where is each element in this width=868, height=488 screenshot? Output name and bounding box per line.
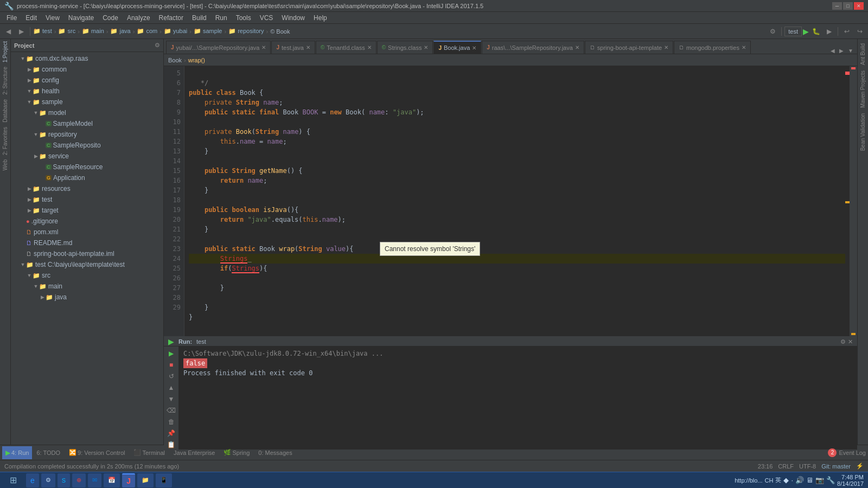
bottom-tab-run[interactable]: ▶ 4: Run <box>2 446 32 459</box>
tree-item-test[interactable]: ▶ 📁 test <box>11 194 163 205</box>
panel-tab-web[interactable]: Web <box>1 157 9 172</box>
taskbar-outlook[interactable]: ✉ <box>88 473 101 487</box>
tree-item-src2[interactable]: ▼ 📁 src <box>11 270 163 281</box>
tab-springboot[interactable]: 🗋 spring-boot-api-template ✕ <box>585 41 673 54</box>
run-close-icon[interactable]: ✕ <box>848 338 853 345</box>
project-gear-icon[interactable]: ⚙ <box>155 42 160 49</box>
menu-tools[interactable]: Tools <box>232 13 256 23</box>
bottom-tab-terminal[interactable]: ⬛ Terminal <box>129 446 169 459</box>
tree-item-model[interactable]: ▼ 📁 model <box>11 107 163 118</box>
tab-testjava[interactable]: J test.java ✕ <box>271 41 315 54</box>
taskbar-chrome[interactable]: ⊕ <box>72 473 86 487</box>
tree-item-config[interactable]: ▶ 📁 config <box>11 75 163 86</box>
status-git[interactable]: Git: master <box>821 463 851 470</box>
nav-java[interactable]: 📁 java <box>110 28 130 35</box>
tree-item-readme[interactable]: 🗋 README.md <box>11 237 163 248</box>
panel-tab-maven[interactable]: Maven Projects <box>859 68 867 110</box>
menu-view[interactable]: View <box>41 13 64 23</box>
toolbar-back[interactable]: ◀ <box>2 25 14 37</box>
tree-item-samplerepo[interactable]: C SampleReposito <box>11 140 163 151</box>
tree-item-sampleresource[interactable]: C SampleResource <box>11 162 163 172</box>
panel-tab-project[interactable]: 1:Project <box>1 39 9 65</box>
tab-scroll-left[interactable]: ◀ <box>829 48 837 54</box>
menu-analyze[interactable]: Analyze <box>123 13 155 23</box>
bottom-tab-java-enterprise[interactable]: Java Enterprise <box>169 446 219 459</box>
tray-lang[interactable]: CH <box>765 477 774 484</box>
tray-camera[interactable]: 📷 <box>815 476 824 484</box>
taskbar-idea[interactable]: J <box>122 473 135 487</box>
run-settings-icon[interactable]: ⚙ <box>840 338 846 345</box>
run-scroll-down[interactable]: ▼ <box>167 394 176 404</box>
tree-item-health[interactable]: ▼ 📁 health <box>11 86 163 97</box>
nav-book-class[interactable]: © Book <box>270 28 290 35</box>
tree-item-java2[interactable]: ▶ 📁 java <box>11 292 163 303</box>
tree-item-sample[interactable]: ▼ 📁 sample <box>11 97 163 107</box>
tray-wrench[interactable]: 🔧 <box>826 476 835 484</box>
tab-samplerepository[interactable]: J yubai/...\SampleRepository.java ✕ <box>166 41 271 54</box>
menu-edit[interactable]: Edit <box>21 13 41 23</box>
tab-close-icon[interactable]: ✕ <box>575 44 579 50</box>
tab-close-icon[interactable]: ✕ <box>472 45 476 51</box>
tab-bookjava[interactable]: J Book.java ✕ <box>433 41 481 54</box>
toolbar-undo[interactable]: ↩ <box>841 25 853 37</box>
panel-tab-bean[interactable]: Bean Validation <box>859 111 867 153</box>
run-config-selector[interactable]: test <box>784 27 802 36</box>
taskbar-ie[interactable]: e <box>26 473 39 487</box>
tree-item-service[interactable]: ▶ 📁 service <box>11 151 163 162</box>
menu-build[interactable]: Build <box>188 13 211 23</box>
breadcrumb-wrap[interactable]: wrap() <box>188 57 205 63</box>
nav-test[interactable]: 📁 test <box>33 28 52 35</box>
tree-item-main2[interactable]: ▼ 📁 main <box>11 281 163 292</box>
tree-item-application[interactable]: G Application <box>11 172 163 183</box>
menu-run[interactable]: Run <box>211 13 232 23</box>
tray-diamond[interactable]: ◆ <box>783 476 789 484</box>
toolbar-forward[interactable]: ▶ <box>15 25 27 37</box>
menu-help[interactable]: Help <box>309 13 331 23</box>
tree-item-gitignore[interactable]: ● .gitignore <box>11 216 163 227</box>
run-clear-icon[interactable]: 🗑 <box>167 417 176 427</box>
coverage-button[interactable]: ▶ <box>823 25 835 37</box>
nav-yubai[interactable]: 📁 yubai <box>164 28 187 35</box>
status-encoding[interactable]: UTF-8 <box>799 463 816 470</box>
run-play-button[interactable]: ▶ <box>167 349 176 358</box>
nav-repository[interactable]: 📁 repository <box>228 28 264 35</box>
toolbar-redo[interactable]: ↪ <box>854 25 866 37</box>
taskbar-folder[interactable]: 📁 <box>137 473 154 487</box>
code-content[interactable]: */ public class Book { private String na… <box>184 66 850 336</box>
taskbar-skype[interactable]: S <box>58 473 70 487</box>
maximize-button[interactable]: □ <box>843 2 853 10</box>
minimize-button[interactable]: ─ <box>832 2 842 10</box>
nav-main[interactable]: 📁 main <box>82 28 104 35</box>
nav-src[interactable]: 📁 src <box>58 28 75 35</box>
tree-item-samplemodel[interactable]: C SampleModel <box>11 118 163 129</box>
tab-raassample[interactable]: J raas\...\SampleRepository.java ✕ <box>482 41 584 54</box>
tab-close-icon[interactable]: ✕ <box>367 44 372 50</box>
tab-strings[interactable]: © Strings.class ✕ <box>377 41 433 54</box>
panel-tab-structure[interactable]: 2: Structure <box>1 65 9 97</box>
bottom-tab-todo[interactable]: 6: TODO <box>32 446 65 459</box>
menu-navigate[interactable]: Navigate <box>64 13 98 23</box>
run-stop-button[interactable]: ■ <box>167 360 176 370</box>
tab-tenantid[interactable]: © TenantId.class ✕ <box>316 41 376 54</box>
tree-item-repository[interactable]: ▼ 📁 repository <box>11 129 163 140</box>
tree-item-test-root[interactable]: ▼ 📁 test C:\baiyu\leap\template\test <box>11 259 163 270</box>
run-rerun-button[interactable]: ↺ <box>167 371 176 381</box>
tab-close-icon[interactable]: ✕ <box>664 44 668 50</box>
start-button[interactable]: ⊞ <box>2 473 24 487</box>
close-button[interactable]: ✕ <box>854 2 864 10</box>
panel-tab-favorites[interactable]: 2: Favorites <box>1 125 9 157</box>
tray-lang2[interactable]: 英 <box>775 476 781 484</box>
menu-code[interactable]: Code <box>98 13 123 23</box>
tree-item-com-dxc[interactable]: ▼ 📁 com.dxc.leap.raas <box>11 53 163 64</box>
tab-list-button[interactable]: ▼ <box>846 48 855 54</box>
run-pin-icon[interactable]: 📌 <box>167 428 176 438</box>
bottom-tab-spring[interactable]: 🌿 Spring <box>219 446 254 459</box>
run-wrap-icon[interactable]: ⌫ <box>167 406 176 415</box>
menu-window[interactable]: Window <box>277 13 309 23</box>
nav-sample[interactable]: 📁 sample <box>194 28 222 35</box>
status-crlf[interactable]: CRLF <box>778 463 794 470</box>
run-scroll-up[interactable]: ▲ <box>167 383 176 393</box>
toolbar-settings[interactable]: ⚙ <box>767 25 778 37</box>
taskbar-calendar[interactable]: 📅 <box>104 473 120 487</box>
tab-close-icon[interactable]: ✕ <box>306 44 310 50</box>
